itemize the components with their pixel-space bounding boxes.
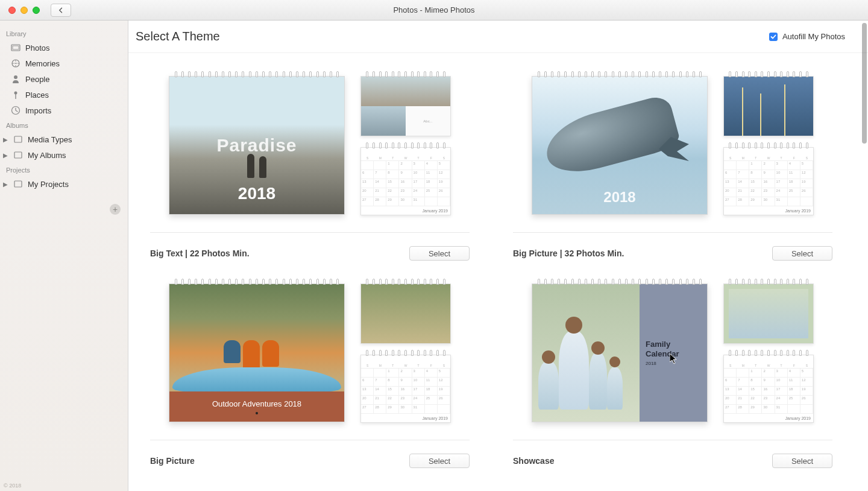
spiral-binding-icon bbox=[723, 71, 814, 77]
theme-cover-preview[interactable]: Outdoor Adventures 2018 bbox=[169, 279, 345, 422]
close-window-button[interactable] bbox=[8, 7, 16, 14]
svg-point-3 bbox=[14, 75, 17, 79]
spiral-binding-icon bbox=[169, 279, 345, 285]
theme-month-preview[interactable]: SMTWTFS 12345678910111213141516171819202… bbox=[723, 71, 814, 215]
cover-caption-text: Outdoor Adventures 2018 bbox=[212, 399, 301, 408]
theme-card-showcase: Family Calendar 2018 bbox=[513, 279, 832, 468]
spiral-binding-icon bbox=[360, 350, 451, 356]
sidebar: Library Photos Memories People Places Im… bbox=[0, 21, 128, 491]
spiral-binding-icon bbox=[360, 279, 451, 285]
cover-side-year: 2018 bbox=[646, 361, 707, 366]
sidebar-item-people[interactable]: People bbox=[0, 71, 128, 87]
maximize-window-button[interactable] bbox=[33, 7, 40, 14]
sidebar-item-label: People bbox=[25, 75, 49, 84]
spiral-binding-icon bbox=[532, 71, 708, 77]
select-theme-button[interactable]: Select bbox=[409, 454, 470, 468]
theme-title: Big Picture | 32 Photos Min. bbox=[513, 249, 624, 258]
sidebar-item-label: My Albums bbox=[28, 151, 66, 160]
svg-rect-1 bbox=[13, 46, 19, 49]
sidebar-item-my-projects[interactable]: ▶ My Projects bbox=[0, 176, 128, 192]
traffic-lights bbox=[0, 7, 40, 14]
sidebar-item-my-albums[interactable]: ▶ My Albums bbox=[0, 147, 128, 163]
theme-title: Big Picture bbox=[150, 456, 195, 466]
project-icon bbox=[13, 179, 23, 189]
theme-cover-preview[interactable]: Paradise 2018 bbox=[169, 71, 345, 215]
cover-year-text: 2018 bbox=[603, 189, 635, 206]
spiral-binding-icon bbox=[360, 142, 451, 148]
people-icon bbox=[11, 74, 20, 84]
sidebar-item-label: My Projects bbox=[28, 180, 69, 189]
album-icon bbox=[13, 135, 23, 144]
sidebar-item-label: Media Types bbox=[28, 135, 72, 144]
preview-month-label: January 2019 bbox=[423, 209, 448, 213]
cover-year-text: 2018 bbox=[238, 184, 275, 203]
window-title: Photos - Mimeo Photos bbox=[0, 5, 868, 14]
disclosure-triangle-icon[interactable]: ▶ bbox=[2, 152, 8, 159]
disclosure-triangle-icon[interactable]: ▶ bbox=[2, 181, 8, 188]
themes-scroll-area[interactable]: Paradise 2018 Abc... SMTWTFS bbox=[128, 53, 868, 491]
spiral-binding-icon bbox=[532, 279, 708, 285]
preview-month-label: January 2019 bbox=[423, 416, 448, 420]
page-title: Select A Theme bbox=[136, 30, 220, 43]
spiral-binding-icon bbox=[169, 71, 345, 77]
theme-card-big-picture: Outdoor Adventures 2018 SMTWTF bbox=[150, 279, 470, 468]
sidebar-item-memories[interactable]: Memories bbox=[0, 55, 128, 71]
window-titlebar: Photos - Mimeo Photos bbox=[0, 0, 868, 21]
sidebar-item-label: Photos bbox=[25, 43, 49, 52]
photos-icon bbox=[11, 43, 20, 52]
theme-month-preview[interactable]: SMTWTFS 12345678910111213141516171819202… bbox=[723, 279, 814, 423]
svg-rect-5 bbox=[15, 93, 16, 99]
select-theme-button[interactable]: Select bbox=[772, 454, 832, 468]
chevron-left-icon bbox=[57, 7, 64, 14]
sidebar-item-label: Memories bbox=[25, 59, 60, 68]
cover-side-label: Calendar bbox=[646, 349, 707, 359]
sidebar-item-photos[interactable]: Photos bbox=[0, 40, 128, 55]
svg-rect-8 bbox=[14, 152, 22, 158]
svg-rect-7 bbox=[14, 136, 22, 142]
imports-icon bbox=[11, 106, 20, 115]
sidebar-item-imports[interactable]: Imports bbox=[0, 103, 128, 118]
theme-card-big-text: Paradise 2018 Abc... SMTWTFS bbox=[150, 71, 470, 261]
preview-month-label: January 2019 bbox=[785, 209, 811, 213]
select-theme-button[interactable]: Select bbox=[409, 246, 470, 261]
theme-cover-preview[interactable]: Family Calendar 2018 bbox=[532, 279, 708, 422]
theme-month-preview[interactable]: Abc... SMTWTFS 1234567891011121314151617… bbox=[360, 71, 451, 215]
sidebar-section-albums: Albums bbox=[0, 118, 128, 131]
autofill-checkbox[interactable]: Autofill My Photos bbox=[769, 32, 845, 41]
album-icon bbox=[13, 150, 23, 160]
sidebar-item-places[interactable]: Places bbox=[0, 87, 128, 103]
theme-cover-preview[interactable]: 2018 bbox=[532, 71, 708, 215]
sidebar-item-label: Imports bbox=[25, 106, 51, 115]
vertical-scrollbar[interactable] bbox=[862, 23, 867, 144]
preview-month-label: January 2019 bbox=[785, 416, 811, 420]
checkbox-checked-icon bbox=[769, 33, 778, 41]
theme-card-big-picture-32: 2018 SMTWTFS 123456789101112131415161718… bbox=[513, 71, 832, 261]
sidebar-item-media-types[interactable]: ▶ Media Types bbox=[0, 131, 128, 147]
disclosure-triangle-icon[interactable]: ▶ bbox=[2, 136, 8, 143]
places-icon bbox=[11, 90, 20, 100]
sidebar-item-label: Places bbox=[25, 90, 49, 100]
theme-title: Big Text | 22 Photos Min. bbox=[150, 249, 250, 258]
spiral-binding-icon bbox=[360, 71, 451, 77]
svg-rect-9 bbox=[14, 181, 22, 187]
spiral-binding-icon bbox=[723, 279, 814, 285]
select-theme-button[interactable]: Select bbox=[772, 246, 832, 261]
theme-title: Showcase bbox=[513, 456, 554, 466]
add-project-button[interactable]: + bbox=[110, 204, 121, 215]
cover-side-label: Family bbox=[646, 340, 707, 349]
main-content: Select A Theme Autofill My Photos Paradi… bbox=[128, 21, 868, 491]
spiral-binding-icon bbox=[723, 142, 814, 148]
autofill-label: Autofill My Photos bbox=[782, 32, 845, 41]
copyright-text: © 2018 bbox=[4, 483, 21, 489]
sidebar-section-library: Library bbox=[0, 27, 128, 40]
content-header: Select A Theme Autofill My Photos bbox=[128, 21, 868, 53]
back-button[interactable] bbox=[51, 4, 71, 17]
minimize-window-button[interactable] bbox=[20, 7, 28, 14]
memories-icon bbox=[11, 59, 20, 68]
sidebar-section-projects: Projects bbox=[0, 163, 128, 176]
theme-month-preview[interactable]: SMTWTFS 12345678910111213141516171819202… bbox=[360, 279, 451, 423]
spiral-binding-icon bbox=[723, 350, 814, 356]
